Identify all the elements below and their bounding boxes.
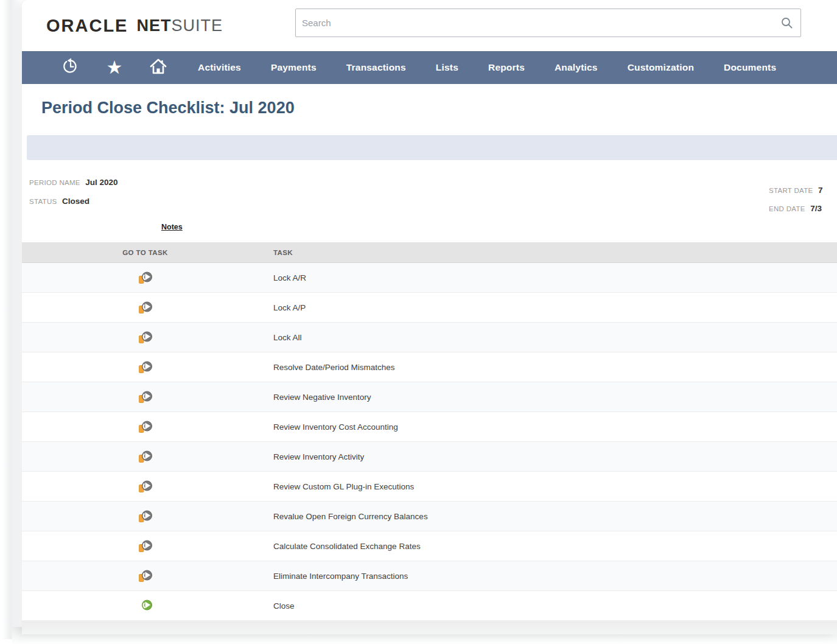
go-to-task-icon[interactable] bbox=[138, 420, 153, 433]
go-to-task-icon[interactable] bbox=[138, 450, 153, 463]
task-name: Review Inventory Activity bbox=[268, 452, 364, 461]
oracle-netsuite-logo: ORACLE NET SUITE bbox=[46, 12, 223, 39]
status-label: STATUS bbox=[29, 198, 57, 205]
history-icon bbox=[61, 57, 80, 78]
go-to-task-cell bbox=[22, 271, 268, 284]
logo-suite-text: SUITE bbox=[171, 16, 223, 35]
task-row: Lock All bbox=[22, 323, 837, 352]
end-date-value: 7/3 bbox=[810, 204, 822, 213]
screen: ORACLE NET SUITE bbox=[0, 0, 837, 644]
task-row: Lock A/P bbox=[22, 293, 837, 323]
task-name: Calculate Consolidated Exchange Rates bbox=[268, 542, 421, 551]
nav-item-analytics[interactable]: Analytics bbox=[555, 62, 598, 73]
logo-net-text: NET bbox=[136, 16, 171, 35]
go-to-task-cell bbox=[22, 301, 268, 314]
table-body: Lock A/RLock A/PLock AllResolve Date/Per… bbox=[22, 263, 837, 621]
go-to-task-icon[interactable] bbox=[138, 360, 153, 374]
top-header: ORACLE NET SUITE bbox=[22, 0, 837, 51]
task-name: Lock A/P bbox=[268, 303, 306, 312]
task-name: Lock A/R bbox=[268, 273, 306, 282]
nav-item-activities[interactable]: Activities bbox=[198, 62, 241, 73]
tab-notes[interactable]: Notes bbox=[161, 223, 183, 231]
go-to-task-icon[interactable] bbox=[138, 271, 153, 284]
task-row: Revalue Open Foreign Currency Balances bbox=[22, 502, 837, 531]
task-name: Review Inventory Cost Accounting bbox=[268, 422, 398, 432]
task-row: Close bbox=[22, 591, 837, 621]
task-name: Resolve Date/Period Mismatches bbox=[268, 363, 395, 372]
nav-item-payments[interactable]: Payments bbox=[271, 62, 317, 73]
task-row: Review Inventory Activity bbox=[22, 442, 837, 472]
column-header-task: TASK bbox=[268, 249, 293, 256]
search-input[interactable] bbox=[296, 9, 774, 37]
go-to-task-icon[interactable] bbox=[138, 390, 153, 404]
task-row: Review Negative Inventory bbox=[22, 382, 837, 412]
end-date-field: END DATE 7/3 bbox=[769, 203, 822, 214]
go-to-task-cell bbox=[22, 390, 268, 404]
netsuite-window: ORACLE NET SUITE bbox=[22, 0, 837, 634]
content-footer-area bbox=[22, 621, 837, 634]
go-to-task-icon[interactable] bbox=[138, 301, 153, 314]
page-title: Period Close Checklist: Jul 2020 bbox=[41, 99, 295, 117]
nav-item-reports[interactable]: Reports bbox=[488, 62, 525, 73]
go-to-task-cell bbox=[22, 509, 268, 523]
column-header-go-to-task: GO TO TASK bbox=[22, 249, 268, 256]
table-header-row: GO TO TASK TASK bbox=[22, 242, 837, 263]
nav-item-customization[interactable]: Customization bbox=[628, 62, 694, 73]
main-navbar: ★ ActivitiesPaymentsTransactionsListsRep… bbox=[22, 51, 837, 84]
nav-menu: ActivitiesPaymentsTransactionsListsRepor… bbox=[198, 62, 806, 73]
go-to-task-icon[interactable] bbox=[138, 569, 153, 583]
task-row: Resolve Date/Period Mismatches bbox=[22, 352, 837, 382]
go-to-task-cell bbox=[22, 450, 268, 463]
period-name-field: PERIOD NAME Jul 2020 bbox=[29, 177, 118, 187]
start-date-value: 7 bbox=[818, 186, 823, 195]
home-icon bbox=[149, 57, 168, 78]
task-row: Lock A/R bbox=[22, 263, 837, 293]
task-name: Review Negative Inventory bbox=[268, 393, 371, 402]
period-fields-left: PERIOD NAME Jul 2020 STATUS Closed bbox=[29, 177, 118, 214]
task-name: Revalue Open Foreign Currency Balances bbox=[268, 512, 428, 521]
task-row: Review Custom GL Plug-in Executions bbox=[22, 472, 837, 502]
go-to-task-icon[interactable] bbox=[138, 331, 153, 344]
task-name: Review Custom GL Plug-in Executions bbox=[268, 482, 414, 491]
nav-item-documents[interactable]: Documents bbox=[724, 62, 776, 73]
go-to-task-cell bbox=[22, 360, 268, 374]
period-name-value: Jul 2020 bbox=[85, 178, 117, 187]
period-name-label: PERIOD NAME bbox=[29, 179, 80, 186]
go-to-task-icon[interactable] bbox=[138, 539, 153, 553]
global-search bbox=[295, 9, 801, 37]
toolbar-band bbox=[27, 135, 837, 160]
period-fields-right: START DATE 7 END DATE 7/3 bbox=[769, 184, 822, 221]
task-name: Close bbox=[268, 601, 295, 611]
task-name: Eliminate Intercompany Transactions bbox=[268, 572, 408, 581]
task-row: Calculate Consolidated Exchange Rates bbox=[22, 531, 837, 561]
status-field: STATUS Closed bbox=[29, 195, 118, 206]
start-date-field: START DATE 7 bbox=[769, 184, 822, 195]
go-to-task-icon[interactable] bbox=[138, 509, 153, 523]
window-left-shadow bbox=[2, 0, 21, 639]
go-to-task-cell bbox=[22, 331, 268, 344]
task-row: Review Inventory Cost Accounting bbox=[22, 412, 837, 442]
start-date-label: START DATE bbox=[769, 187, 813, 194]
star-icon: ★ bbox=[107, 58, 123, 77]
go-to-task-icon[interactable] bbox=[138, 599, 153, 612]
nav-item-transactions[interactable]: Transactions bbox=[346, 62, 406, 73]
go-to-task-cell bbox=[22, 539, 268, 553]
go-to-task-cell bbox=[22, 599, 268, 612]
end-date-label: END DATE bbox=[769, 205, 805, 212]
nav-item-lists[interactable]: Lists bbox=[436, 62, 458, 73]
status-value: Closed bbox=[62, 197, 89, 206]
go-to-task-cell bbox=[22, 420, 268, 433]
recent-records-button[interactable] bbox=[55, 51, 86, 84]
go-to-task-cell bbox=[22, 480, 268, 493]
go-to-task-icon[interactable] bbox=[138, 480, 153, 493]
go-to-task-cell bbox=[22, 569, 268, 583]
period-close-task-table: GO TO TASK TASK Lock A/RLock A/PLock All… bbox=[22, 242, 837, 621]
logo-oracle-text: ORACLE bbox=[46, 16, 128, 36]
shortcuts-button[interactable]: ★ bbox=[99, 51, 130, 84]
search-icon[interactable] bbox=[774, 9, 800, 37]
task-name: Lock All bbox=[268, 333, 302, 342]
home-button[interactable] bbox=[143, 51, 173, 84]
task-row: Eliminate Intercompany Transactions bbox=[22, 561, 837, 591]
